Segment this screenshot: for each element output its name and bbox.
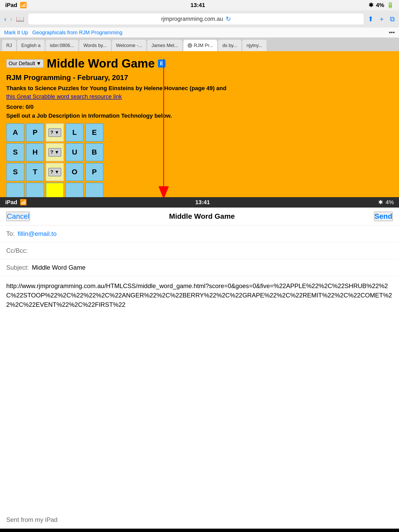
bluetooth-icon: ✱ [369,2,373,9]
theme-select-arrow: ▼ [36,61,41,66]
tab-label: Welcome -... [116,43,142,48]
subject-value: Middle Word Game [32,264,85,271]
email-body-text: http://www.rjmprogramming.com.au/HTMLCSS… [6,281,393,309]
cell-r1c4: L [65,123,84,142]
cell-r2c3[interactable]: ? ▼ [46,143,64,161]
cell-r1c1: A [6,123,24,142]
bookmark-bar: Mark It Up Geographicals from RJM Progra… [0,28,399,38]
cell-r4c4 [65,183,84,197]
tab-label: Words by... [83,43,107,48]
tab-label: ds by... [222,43,237,48]
wifi-icon: 📶 [20,2,27,9]
cell-r1c5: E [85,123,103,142]
device-label-2: iPad [5,199,17,206]
tab-label: James Met... [151,43,178,48]
url-text: rjmprogramming.com.au [161,16,223,22]
tab-label: RJM Pr... [194,43,213,48]
game-grid: A P ? ▼ L E S H ? ▼ U B S T ? ▼ O P A N … [6,123,393,197]
cell-r3c4: O [65,163,84,181]
cell-r3c2: T [26,163,44,181]
mark-it-up-bookmark[interactable]: Mark It Up [4,30,28,36]
tab-james[interactable]: James Met... [147,40,182,51]
tab-label: RJ [6,43,12,48]
status-bar-2: iPad 📶 13:41 ✱ 4% [0,197,399,208]
cell-r3c3[interactable]: ? ▼ [46,163,64,181]
email-to-field[interactable]: To: fillin@email.to [0,225,399,242]
cell-r2c5: B [85,143,103,161]
dropdown-r1[interactable]: ? ▼ [48,128,61,137]
subject-label: Subject: [6,264,29,271]
to-value: fillin@email.to [18,230,57,237]
email-body[interactable]: http://www.rjmprogramming.com.au/HTMLCSS… [0,276,399,511]
tab-bar: RJ English a isbn:0806... Words by... We… [0,38,399,51]
instruction-text: Spell out a Job Description in Informati… [6,112,393,119]
email-compose-header: Cancel Middle Word Game Send [0,208,399,225]
tab-close-button[interactable]: × [188,43,192,48]
game-title: Middle Word Game [47,56,155,70]
bookmarks-button[interactable]: 📖 [16,15,24,23]
email-compose-title: Middle Word Game [169,212,235,221]
battery-label: 4% [376,2,384,9]
device-label: iPad [5,2,17,9]
e-badge: E [158,59,165,68]
address-bar[interactable]: rjmprogramming.com.au ↻ [28,13,364,25]
score-display: Score: 0/0 [6,104,393,110]
add-tab-button[interactable]: + [380,15,384,23]
tab-rj[interactable]: RJ [2,40,16,51]
game-header: Our Default ▼ Middle Word Game E [6,56,393,70]
time-display-2: 13:41 [195,199,210,206]
bluetooth-icon-2: ✱ [378,199,383,206]
cell-r3c1: S [6,163,24,181]
tab-english-a[interactable]: English a [17,40,45,51]
email-compose: Cancel Middle Word Game Send To: fillin@… [0,208,399,529]
cell-r4c3 [46,183,64,197]
cell-r2c4: U [65,143,84,161]
cell-r3c5: P [85,163,103,181]
tab-ds[interactable]: ds by... [218,40,241,51]
cell-r4c2 [26,183,44,197]
tab-isbn[interactable]: isbn:0806... [46,40,78,51]
forward-button[interactable]: › [10,15,12,23]
tab-words[interactable]: Words by... [79,40,111,51]
geographicals-bookmark[interactable]: Geographicals from RJM Programming [32,30,122,36]
game-subtitle: RJM Programming - February, 2017 [6,74,393,82]
scrabble-link[interactable]: this Great Scrabble word search resource… [6,93,393,100]
cancel-button[interactable]: Cancel [6,212,30,221]
cell-r2c2: H [26,143,44,161]
cc-bcc-label: Cc/Bcc: [6,247,28,254]
tab-rjm-pr[interactable]: × RJM Pr... [183,40,217,51]
email-cc-bcc-field[interactable]: Cc/Bcc: [0,242,399,259]
cell-r2c1: S [6,143,24,161]
wifi-icon-2: 📶 [20,199,27,206]
to-label: To: [6,230,15,237]
browser-toolbar: ‹ › 📖 rjmprogramming.com.au ↻ ⬆ + ⧉ [0,10,399,28]
battery-label-2: 4% [385,199,394,206]
email-subject-field[interactable]: Subject: Middle Word Game [0,259,399,276]
theme-select-label: Our Default [9,61,35,66]
tab-welcome[interactable]: Welcome -... [112,40,147,51]
dropdown-r3[interactable]: ? ▼ [48,168,61,176]
email-signature: Sent from my iPad [0,511,399,529]
cell-r4c5 [85,183,103,197]
battery-icon: 🔋 [387,2,394,9]
theme-select[interactable]: Our Default ▼ [6,59,44,68]
back-button[interactable]: ‹ [4,15,6,23]
cell-r4c1 [6,183,24,197]
game-description: Thanks to Science Puzzles for Young Eins… [6,85,393,92]
cell-r1c3[interactable]: ? ▼ [46,123,64,142]
tab-label: njytny... [247,43,262,48]
tab-overview-button[interactable]: ⧉ [390,15,395,23]
share-button[interactable]: ⬆ [368,15,374,23]
web-content: Our Default ▼ Middle Word Game E RJM Pro… [0,51,399,197]
status-bar-top: iPad 📶 13:41 ✱ 4% 🔋 [0,0,399,10]
send-button[interactable]: Send [374,212,393,221]
cell-r1c2: P [26,123,44,142]
tab-njytny[interactable]: njytny... [242,40,267,51]
tab-label: isbn:0806... [50,43,74,48]
tab-label: English a [21,43,41,48]
refresh-button[interactable]: ↻ [226,15,231,23]
more-button[interactable]: ••• [389,29,395,36]
time-display: 13:41 [190,2,205,9]
dropdown-r2[interactable]: ? ▼ [48,148,61,157]
